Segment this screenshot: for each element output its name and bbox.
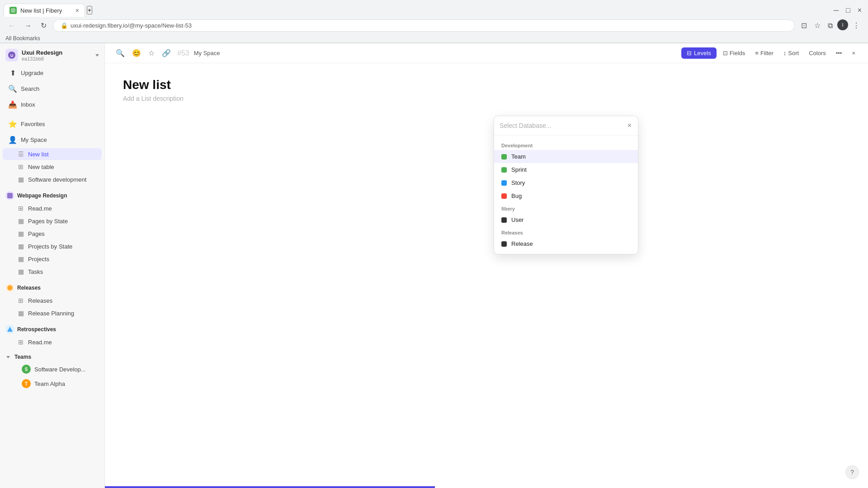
sort-button[interactable]: ↕ Sort — [780, 47, 802, 59]
releases-section[interactable]: Releases — [0, 281, 104, 294]
sidebar-item-inbox[interactable]: 📥 Inbox — [3, 97, 102, 112]
projects-icon: ▦ — [17, 255, 24, 263]
bookmark-button[interactable]: ☆ — [811, 19, 823, 32]
levels-button[interactable]: ⊟ Levels — [681, 47, 717, 59]
database-search-input[interactable] — [500, 122, 623, 129]
webpage-redesign-section[interactable]: Webpage Redesign — [0, 188, 104, 202]
colors-button[interactable]: Colors — [805, 47, 830, 59]
releases-label: Releases — [17, 285, 41, 291]
sidebar-item-team-alpha[interactable]: T Team Alpha — [3, 377, 102, 390]
more-button[interactable]: ••• — [832, 47, 846, 59]
new-tab-button[interactable]: + — [87, 6, 92, 14]
filter-button[interactable]: ≡ Filter — [751, 47, 777, 59]
team-label: Team — [511, 153, 526, 160]
svg-marker-5 — [7, 327, 13, 332]
sidebar-item-release-planning[interactable]: ▦ Release Planning — [3, 307, 102, 319]
svg-rect-3 — [7, 193, 13, 198]
teams-section[interactable]: Teams — [0, 351, 104, 362]
dropdown-item-team[interactable]: Team — [494, 150, 638, 163]
bug-dot — [501, 193, 507, 199]
sidebar-item-readme-retro[interactable]: ⊞ Read.me — [3, 336, 102, 348]
close-view-button[interactable]: × — [848, 47, 859, 59]
active-tab[interactable]: New list | Fibery × — [4, 4, 85, 17]
projects-by-state-icon: ▦ — [17, 243, 24, 250]
sidebar-item-software-dev[interactable]: ▦ Software development — [3, 174, 102, 185]
sidebar-item-upgrade[interactable]: ⬆ Upgrade — [3, 66, 102, 80]
fields-button[interactable]: ⊡ Fields — [719, 47, 749, 59]
app-container: U Uxui Redesign ea131bb8 ⬆ Upgrade 🔍 Sea… — [0, 43, 868, 488]
pages-icon: ▦ — [17, 230, 24, 237]
search-toolbar-button[interactable]: 🔍 — [114, 47, 127, 59]
profile-button[interactable]: I — [837, 19, 848, 30]
tab-close-button[interactable]: × — [75, 7, 79, 14]
toolbar-right: ⊟ Levels ⊡ Fields ≡ Filter ↕ Sort Colors — [681, 47, 859, 59]
readme-retro-label: Read.me — [28, 339, 52, 346]
retrospectives-section[interactable]: Retrospectives — [0, 322, 104, 336]
bug-label: Bug — [511, 192, 522, 199]
nav-actions: ⊡ ☆ ⧉ I ⋮ — [798, 19, 863, 32]
sidebar-item-projects-by-state[interactable]: ▦ Projects by State — [3, 240, 102, 252]
forward-button[interactable]: → — [22, 20, 34, 32]
software-develop-label: Software Develop... — [34, 366, 85, 373]
sidebar-item-projects[interactable]: ▦ Projects — [3, 253, 102, 265]
dropdown-item-sprint[interactable]: Sprint — [494, 163, 638, 176]
favorites-icon: ⭐ — [8, 120, 17, 128]
url-text: uxui-redesign.fibery.io/@my-space/New-li… — [71, 22, 192, 29]
sidebar-item-pages-by-state[interactable]: ▦ Pages by State — [3, 215, 102, 227]
tasks-label: Tasks — [28, 268, 43, 275]
sidebar-item-tasks[interactable]: ▦ Tasks — [3, 266, 102, 277]
address-bar[interactable]: 🔒 uxui-redesign.fibery.io/@my-space/New-… — [53, 19, 795, 32]
page-description[interactable]: Add a List description — [123, 95, 850, 102]
sidebar-item-new-list[interactable]: ☰ New list — [3, 148, 102, 160]
workspace-info[interactable]: U Uxui Redesign ea131bb8 — [5, 49, 62, 61]
cast-button[interactable]: ⊡ — [798, 19, 810, 32]
projects-by-state-label: Projects by State — [28, 243, 72, 250]
dropdown-item-story[interactable]: Story — [494, 176, 638, 189]
workspace-id: ea131bb8 — [22, 56, 62, 61]
maximize-button[interactable]: □ — [843, 5, 853, 16]
svg-text:U: U — [10, 53, 14, 58]
sidebar-item-releases[interactable]: ⊞ Releases — [3, 295, 102, 306]
projects-label: Projects — [28, 256, 49, 263]
dropdown-item-bug[interactable]: Bug — [494, 189, 638, 202]
svg-rect-0 — [11, 8, 15, 13]
browser-chrome: New list | Fibery × + ─ □ × ← → ↻ 🔒 uxui… — [0, 0, 868, 43]
dropdown-search-bar: × — [494, 116, 638, 136]
dropdown-group-releases: Releases — [494, 226, 638, 237]
workspace-avatar: U — [5, 49, 18, 61]
sidebar-item-search[interactable]: 🔍 Search — [3, 81, 102, 96]
browser-nav-bar: ← → ↻ 🔒 uxui-redesign.fibery.io/@my-spac… — [0, 17, 868, 34]
pages-label: Pages — [28, 230, 45, 237]
menu-button[interactable]: ⋮ — [850, 19, 863, 32]
software-dev-label: Software development — [28, 176, 86, 183]
workspace-details: Uxui Redesign ea131bb8 — [22, 49, 62, 61]
extensions-button[interactable]: ⧉ — [825, 19, 835, 32]
dropdown-close-button[interactable]: × — [627, 121, 632, 131]
minimize-button[interactable]: ─ — [831, 5, 841, 16]
workspace-name: Uxui Redesign — [22, 49, 62, 56]
close-window-button[interactable]: × — [855, 5, 864, 16]
release-planning-icon: ▦ — [17, 310, 24, 317]
help-button[interactable]: ? — [845, 465, 859, 479]
refresh-button[interactable]: ↻ — [38, 19, 49, 32]
team-alpha-avatar: T — [22, 379, 31, 388]
dropdown-item-user[interactable]: User — [494, 213, 638, 226]
select-database-panel: × Development Team Sprint Story — [494, 116, 638, 254]
teams-chevron-icon — [6, 356, 10, 358]
sidebar-item-software-develop[interactable]: S Software Develop... — [3, 362, 102, 376]
star-button[interactable]: ☆ — [146, 47, 156, 59]
my-space-icon: 👤 — [8, 136, 17, 144]
readme-retro-icon: ⊞ — [17, 338, 24, 346]
sidebar-item-readme-1[interactable]: ⊞ Read.me — [3, 202, 102, 214]
workspace-chevron-icon[interactable] — [95, 54, 99, 56]
sort-icon: ↕ — [783, 50, 787, 56]
emoji-button[interactable]: 😊 — [130, 47, 143, 59]
dropdown-item-release[interactable]: Release — [494, 237, 638, 250]
sidebar-item-my-space[interactable]: 👤 My Space — [3, 132, 102, 147]
sidebar-item-favorites[interactable]: ⭐ Favorites — [3, 117, 102, 131]
sidebar-item-pages[interactable]: ▦ Pages — [3, 228, 102, 239]
back-button[interactable]: ← — [5, 20, 18, 32]
upgrade-icon: ⬆ — [8, 69, 17, 77]
sidebar-item-new-table[interactable]: ⊞ New table — [3, 161, 102, 173]
link-button[interactable]: 🔗 — [160, 47, 173, 59]
